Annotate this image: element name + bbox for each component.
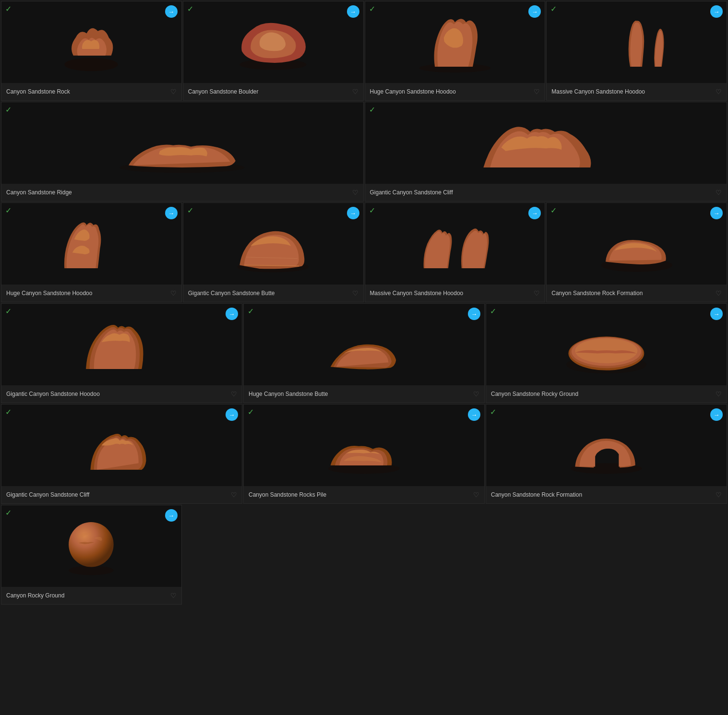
check-icon: ✓ bbox=[369, 106, 375, 114]
card-image bbox=[486, 304, 727, 385]
navigate-button[interactable]: → bbox=[468, 408, 480, 421]
favorite-button[interactable]: ♡ bbox=[534, 289, 540, 297]
card-footer: Canyon Sandstone Boulder ♡ bbox=[183, 83, 363, 100]
check-icon: ✓ bbox=[5, 308, 12, 315]
card-image bbox=[1, 203, 181, 285]
favorite-button[interactable]: ♡ bbox=[473, 390, 479, 398]
check-icon: ✓ bbox=[550, 207, 557, 214]
favorite-button[interactable]: ♡ bbox=[170, 289, 177, 297]
card-image bbox=[183, 1, 363, 83]
card-image bbox=[547, 203, 727, 285]
check-icon: ✓ bbox=[369, 207, 375, 214]
svg-point-16 bbox=[69, 522, 114, 567]
navigate-button[interactable]: → bbox=[226, 408, 238, 421]
favorite-button[interactable]: ♡ bbox=[231, 491, 237, 499]
asset-card-huge-canyon-sandstone-hoodoo-2[interactable]: ✓ → Huge Canyon Sandstone Hoodoo ♡ bbox=[1, 203, 182, 302]
asset-card-canyon-sandstone-ridge[interactable]: ✓ Canyon Sandstone Ridge ♡ bbox=[1, 102, 364, 202]
asset-card-canyon-sandstone-rocky-ground[interactable]: ✓ → Canyon Sandstone Rocky Ground ♡ bbox=[486, 303, 727, 403]
card-footer: Canyon Sandstone Rocks Pile ♡ bbox=[244, 486, 484, 503]
navigate-button[interactable]: → bbox=[165, 509, 178, 522]
asset-card-canyon-sandstone-rock-formation[interactable]: ✓ → Canyon Sandstone Rock Formation ♡ bbox=[546, 203, 727, 302]
favorite-button[interactable]: ♡ bbox=[716, 88, 722, 95]
favorite-button[interactable]: ♡ bbox=[352, 88, 358, 95]
check-icon: ✓ bbox=[187, 5, 193, 13]
asset-card-gigantic-canyon-sandstone-cliff-2[interactable]: ✓ → Gigantic Canyon Sandstone Cliff ♡ bbox=[1, 404, 242, 504]
navigate-button[interactable]: → bbox=[347, 5, 359, 18]
card-image bbox=[1, 304, 242, 385]
card-image bbox=[486, 405, 727, 486]
favorite-button[interactable]: ♡ bbox=[231, 390, 237, 398]
check-icon: ✓ bbox=[550, 5, 557, 13]
asset-card-canyon-sandstone-rock[interactable]: ✓ → Canyon Sandstone Rock ♡ bbox=[1, 1, 182, 101]
card-image bbox=[1, 102, 363, 184]
card-title: Canyon Sandstone Boulder bbox=[188, 88, 259, 95]
check-icon: ✓ bbox=[490, 308, 496, 315]
asset-card-gigantic-canyon-sandstone-cliff[interactable]: ✓ Gigantic Canyon Sandstone Cliff ♡ bbox=[365, 102, 728, 202]
svg-point-0 bbox=[65, 58, 118, 72]
card-footer: Canyon Rocky Ground ♡ bbox=[1, 587, 181, 604]
favorite-button[interactable]: ♡ bbox=[473, 491, 479, 499]
favorite-button[interactable]: ♡ bbox=[170, 88, 177, 95]
card-footer: Massive Canyon Sandstone Hoodoo ♡ bbox=[547, 83, 727, 100]
card-title: Huge Canyon Sandstone Hoodoo bbox=[6, 290, 92, 297]
asset-card-canyon-sandstone-rocks-pile[interactable]: ✓ → Canyon Sandstone Rocks Pile ♡ bbox=[243, 404, 485, 504]
navigate-button[interactable]: → bbox=[226, 308, 238, 320]
asset-card-massive-canyon-sandstone-hoodoo[interactable]: ✓ → Massive Canyon Sandstone Hoodoo ♡ bbox=[546, 1, 727, 101]
asset-card-canyon-rocky-ground[interactable]: ✓ → Canyon Rocky Ground ♡ bbox=[1, 505, 182, 605]
card-footer: Gigantic Canyon Sandstone Cliff ♡ bbox=[365, 184, 727, 201]
asset-card-canyon-sandstone-boulder[interactable]: ✓ → Canyon Sandstone Boulder ♡ bbox=[183, 1, 364, 101]
navigate-button[interactable]: → bbox=[710, 408, 723, 421]
card-image bbox=[1, 405, 242, 486]
card-title: Huge Canyon Sandstone Hoodoo bbox=[370, 88, 456, 95]
check-icon: ✓ bbox=[490, 408, 496, 416]
favorite-button[interactable]: ♡ bbox=[716, 390, 722, 398]
favorite-button[interactable]: ♡ bbox=[716, 491, 722, 499]
card-image bbox=[183, 203, 363, 285]
navigate-button[interactable]: → bbox=[165, 5, 178, 18]
check-icon: ✓ bbox=[5, 408, 12, 416]
favorite-button[interactable]: ♡ bbox=[716, 189, 722, 196]
asset-card-huge-canyon-sandstone-hoodoo[interactable]: ✓ → Huge Canyon Sandstone Hoodoo ♡ bbox=[365, 1, 546, 101]
asset-card-huge-canyon-sandstone-butte[interactable]: ✓ → Huge Canyon Sandstone Butte ♡ bbox=[243, 303, 485, 403]
card-footer: Huge Canyon Sandstone Hoodoo ♡ bbox=[365, 83, 545, 100]
card-image bbox=[365, 203, 545, 285]
card-title: Gigantic Canyon Sandstone Hoodoo bbox=[6, 391, 100, 397]
card-title: Canyon Sandstone Rocky Ground bbox=[491, 391, 578, 397]
card-image bbox=[244, 405, 484, 486]
card-footer: Canyon Sandstone Rocky Ground ♡ bbox=[486, 385, 727, 403]
card-image bbox=[365, 102, 727, 184]
asset-card-canyon-sandstone-rock-formation-2[interactable]: ✓ → Canyon Sandstone Rock Formation ♡ bbox=[486, 404, 727, 504]
card-title: Gigantic Canyon Sandstone Butte bbox=[188, 290, 275, 297]
card-image bbox=[244, 304, 484, 385]
card-title: Huge Canyon Sandstone Butte bbox=[249, 391, 328, 397]
card-title: Canyon Sandstone Rock Formation bbox=[491, 491, 582, 498]
card-title: Massive Canyon Sandstone Hoodoo bbox=[551, 88, 645, 95]
check-icon: ✓ bbox=[248, 308, 254, 315]
card-image bbox=[1, 1, 181, 83]
favorite-button[interactable]: ♡ bbox=[170, 592, 177, 599]
asset-card-gigantic-canyon-sandstone-hoodoo[interactable]: ✓ → Gigantic Canyon Sandstone Hoodoo ♡ bbox=[1, 303, 242, 403]
check-icon: ✓ bbox=[5, 207, 12, 214]
asset-card-gigantic-canyon-sandstone-butte[interactable]: ✓ → Gigantic Canyon Sandstone Butte ♡ bbox=[183, 203, 364, 302]
navigate-button[interactable]: → bbox=[710, 308, 723, 320]
check-icon: ✓ bbox=[187, 207, 193, 214]
navigate-button[interactable]: → bbox=[710, 207, 723, 219]
card-footer: Huge Canyon Sandstone Butte ♡ bbox=[244, 385, 484, 403]
favorite-button[interactable]: ♡ bbox=[716, 289, 722, 297]
card-image bbox=[547, 1, 727, 83]
navigate-button[interactable]: → bbox=[347, 207, 359, 219]
check-icon: ✓ bbox=[5, 106, 12, 114]
navigate-button[interactable]: → bbox=[468, 308, 480, 320]
card-title: Gigantic Canyon Sandstone Cliff bbox=[370, 189, 453, 196]
card-title: Canyon Sandstone Rock Formation bbox=[551, 290, 643, 297]
card-title: Gigantic Canyon Sandstone Cliff bbox=[6, 491, 89, 498]
asset-card-massive-canyon-sandstone-hoodoo-2[interactable]: ✓ → Massive Canyon Sandstone Hoodoo ♡ bbox=[365, 203, 546, 302]
card-image bbox=[365, 1, 545, 83]
favorite-button[interactable]: ♡ bbox=[352, 289, 358, 297]
card-title: Massive Canyon Sandstone Hoodoo bbox=[370, 290, 464, 297]
favorite-button[interactable]: ♡ bbox=[352, 189, 358, 196]
favorite-button[interactable]: ♡ bbox=[534, 88, 540, 95]
card-footer: Gigantic Canyon Sandstone Cliff ♡ bbox=[1, 486, 242, 503]
navigate-button[interactable]: → bbox=[165, 207, 178, 219]
navigate-button[interactable]: → bbox=[710, 5, 723, 18]
